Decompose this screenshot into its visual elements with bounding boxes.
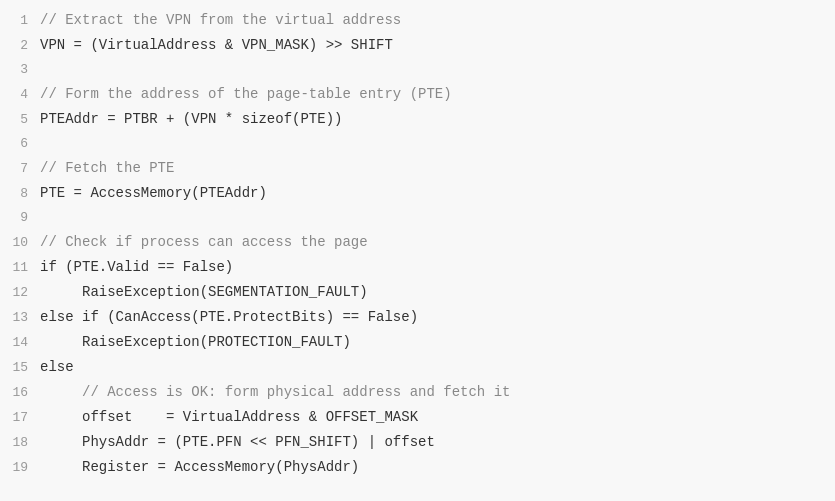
line-number: 10 (0, 231, 40, 255)
code-line: 14 RaiseException(PROTECTION_FAULT) (0, 330, 835, 355)
code-line: 10// Check if process can access the pag… (0, 230, 835, 255)
code-line: 16 // Access is OK: form physical addres… (0, 380, 835, 405)
line-number: 2 (0, 34, 40, 58)
line-number: 18 (0, 431, 40, 455)
line-number: 15 (0, 356, 40, 380)
line-number: 11 (0, 256, 40, 280)
code-line: 18 PhysAddr = (PTE.PFN << PFN_SHIFT) | o… (0, 430, 835, 455)
line-number: 9 (0, 206, 40, 230)
code-line: 12 RaiseException(SEGMENTATION_FAULT) (0, 280, 835, 305)
code-line: 11if (PTE.Valid == False) (0, 255, 835, 280)
line-content: // Check if process can access the page (40, 230, 368, 254)
line-number: 5 (0, 108, 40, 132)
line-content: PTEAddr = PTBR + (VPN * sizeof(PTE)) (40, 107, 342, 131)
code-line: 1// Extract the VPN from the virtual add… (0, 8, 835, 33)
line-content: // Access is OK: form physical address a… (40, 380, 510, 404)
line-content: VPN = (VirtualAddress & VPN_MASK) >> SHI… (40, 33, 393, 57)
code-line: 7// Fetch the PTE (0, 156, 835, 181)
line-content: PTE = AccessMemory(PTEAddr) (40, 181, 267, 205)
line-content: PhysAddr = (PTE.PFN << PFN_SHIFT) | offs… (40, 430, 435, 454)
code-line: 8PTE = AccessMemory(PTEAddr) (0, 181, 835, 206)
line-content: else if (CanAccess(PTE.ProtectBits) == F… (40, 305, 418, 329)
line-number: 1 (0, 9, 40, 33)
code-line: 9 (0, 206, 835, 230)
line-content: RaiseException(PROTECTION_FAULT) (40, 330, 351, 354)
code-line: 2VPN = (VirtualAddress & VPN_MASK) >> SH… (0, 33, 835, 58)
code-line: 13else if (CanAccess(PTE.ProtectBits) ==… (0, 305, 835, 330)
line-content: RaiseException(SEGMENTATION_FAULT) (40, 280, 368, 304)
code-line: 19 Register = AccessMemory(PhysAddr) (0, 455, 835, 480)
line-number: 3 (0, 58, 40, 82)
line-number: 19 (0, 456, 40, 480)
line-number: 7 (0, 157, 40, 181)
line-content: if (PTE.Valid == False) (40, 255, 233, 279)
line-number: 14 (0, 331, 40, 355)
line-number: 8 (0, 182, 40, 206)
line-content: // Form the address of the page-table en… (40, 82, 452, 106)
line-content: // Extract the VPN from the virtual addr… (40, 8, 401, 32)
line-content: // Fetch the PTE (40, 156, 174, 180)
line-number: 4 (0, 83, 40, 107)
code-line: 6 (0, 132, 835, 156)
code-block: 1// Extract the VPN from the virtual add… (0, 8, 835, 480)
code-container: 1// Extract the VPN from the virtual add… (0, 0, 835, 501)
code-line: 3 (0, 58, 835, 82)
line-content: else (40, 355, 74, 379)
line-number: 13 (0, 306, 40, 330)
line-number: 6 (0, 132, 40, 156)
code-line: 5PTEAddr = PTBR + (VPN * sizeof(PTE)) (0, 107, 835, 132)
line-number: 12 (0, 281, 40, 305)
line-number: 16 (0, 381, 40, 405)
line-content: offset = VirtualAddress & OFFSET_MASK (40, 405, 418, 429)
line-number: 17 (0, 406, 40, 430)
code-line: 4// Form the address of the page-table e… (0, 82, 835, 107)
line-content: Register = AccessMemory(PhysAddr) (40, 455, 359, 479)
code-line: 17 offset = VirtualAddress & OFFSET_MASK (0, 405, 835, 430)
code-line: 15else (0, 355, 835, 380)
